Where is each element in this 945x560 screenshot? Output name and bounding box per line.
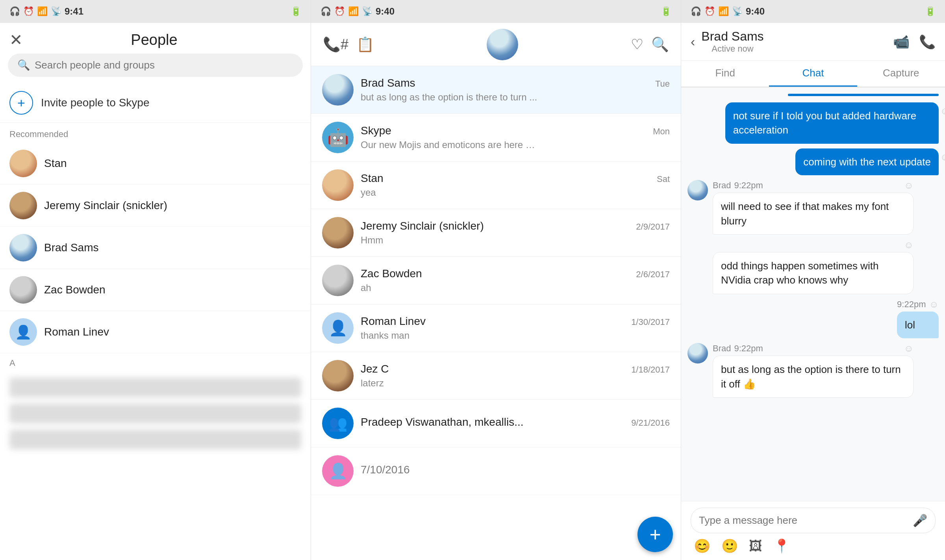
conv-content-brad: Brad Sams Tue but as long as the option … xyxy=(361,77,670,103)
headphone-icon-right: 🎧 xyxy=(691,6,701,17)
location-button[interactable]: 📍 xyxy=(773,538,790,554)
conv-preview-stan: yea xyxy=(361,187,670,198)
emoji-react-lol[interactable]: ☺ xyxy=(929,299,939,310)
image-button[interactable]: 🖼 xyxy=(749,538,762,554)
alarm-icon-right: ⏰ xyxy=(704,6,715,17)
toolbar-avatar[interactable] xyxy=(487,29,518,60)
conv-avatar-zac xyxy=(322,265,354,296)
invite-icon: + xyxy=(9,91,33,115)
conv-preview-brad: but as long as the option is there to tu… xyxy=(361,92,670,103)
mic-icon[interactable]: 🎤 xyxy=(913,514,927,527)
msg-sent-hw: not sure if I told you but added hardwar… xyxy=(725,102,939,144)
msg-meta-font: Brad 9:22pm ☺ xyxy=(713,180,914,191)
contact-item-jeremy[interactable]: Jeremy Sinclair (snickler) xyxy=(0,185,311,227)
conv-item-pink[interactable]: 👤 7/10/2016 xyxy=(311,447,681,495)
phone-icon[interactable]: 📞 xyxy=(919,34,936,50)
msg-sender-brad-1: Brad xyxy=(713,180,731,191)
conv-header-jezc: Jez C 1/18/2017 xyxy=(361,363,670,375)
search-icon-mid[interactable]: 🔍 xyxy=(651,36,669,53)
conv-item-skype[interactable]: 🤖 Skype Mon Our new Mojis and emoticons … xyxy=(311,114,681,161)
conv-content-skype: Skype Mon Our new Mojis and emoticons ar… xyxy=(361,124,670,150)
emoji-react-option[interactable]: ☺ xyxy=(904,343,914,354)
avatar-roman: 👤 xyxy=(9,318,37,346)
emoji-react-odd[interactable]: ☺ xyxy=(904,239,914,250)
conv-item-jeremy[interactable]: Jeremy Sinclair (snickler) 2/9/2017 Hmm xyxy=(311,209,681,257)
msg-time-lol: 9:22pm ☺ xyxy=(897,299,939,310)
close-button[interactable]: ✕ xyxy=(9,31,23,49)
progress-bar xyxy=(788,94,939,96)
emoji-button[interactable]: 😊 xyxy=(694,538,710,554)
conv-item-jezc[interactable]: Jez C 1/18/2017 laterz xyxy=(311,352,681,400)
middle-panel: 🎧 ⏰ 📶 📡 9:40 🔋 📞# 📋 ♡ 🔍 Brad S xyxy=(311,0,681,560)
search-input[interactable] xyxy=(35,59,293,71)
conv-content-roman: Roman Linev 1/30/2017 thanks man xyxy=(361,315,670,341)
conv-content-jezc: Jez C 1/18/2017 laterz xyxy=(361,363,670,389)
contact-item-zac[interactable]: Zac Bowden xyxy=(0,269,311,311)
conv-header-skype: Skype Mon xyxy=(361,124,670,137)
emoji-react-font[interactable]: ☺ xyxy=(904,180,914,191)
emoji-react-hw[interactable]: ☺ xyxy=(940,106,945,117)
alarm-icon: ⏰ xyxy=(23,6,34,17)
conv-item-pradeep[interactable]: 👥 Pradeep Viswanathan, mkeallis... 9/21/… xyxy=(311,400,681,447)
middle-toolbar: 📞# 📋 ♡ 🔍 xyxy=(311,23,681,66)
chat-user-name: Brad Sams xyxy=(701,29,763,44)
tab-chat[interactable]: Chat xyxy=(769,61,857,87)
conv-item-zac[interactable]: Zac Bowden 2/6/2017 ah xyxy=(311,257,681,304)
msg-body-font: Brad 9:22pm ☺ will need to see if that m… xyxy=(713,180,914,235)
emoji-react-update[interactable]: ☺ xyxy=(940,152,945,163)
conv-time-jeremy: 2/9/2017 xyxy=(636,222,670,232)
chat-header-right: 📹 📞 xyxy=(893,34,936,50)
conv-avatar-pradeep: 👥 xyxy=(322,408,354,439)
conv-time-skype: Mon xyxy=(653,126,670,137)
right-statusbar: 🎧 ⏰ 📶 📡 9:40 🔋 xyxy=(681,0,945,23)
msg-bubble-odd: odd things happen sometimes with NVidia … xyxy=(713,252,914,294)
conv-item-roman[interactable]: 👤 Roman Linev 1/30/2017 thanks man xyxy=(311,304,681,352)
battery-icon: 🔋 xyxy=(291,6,301,17)
conv-time-jezc: 1/18/2017 xyxy=(631,365,670,375)
conv-avatar-roman: 👤 xyxy=(322,312,354,344)
invite-row[interactable]: + Invite people to Skype xyxy=(0,83,311,123)
right-panel: 🎧 ⏰ 📶 📡 9:40 🔋 ‹ Brad Sams Active now 📹 … xyxy=(681,0,945,560)
contact-item-roman[interactable]: 👤 Roman Linev xyxy=(0,311,311,353)
middle-time: 9:40 xyxy=(376,6,395,17)
contact-name-brad: Brad Sams xyxy=(44,241,99,254)
blurred-contacts xyxy=(0,370,311,464)
fab-button[interactable]: + xyxy=(637,517,673,552)
heart-icon[interactable]: ♡ xyxy=(631,36,643,53)
chat-input-box[interactable]: 🎤 xyxy=(691,508,936,533)
msg-body-odd: ☺ odd things happen sometimes with NVidi… xyxy=(713,239,914,294)
video-icon[interactable]: 📹 xyxy=(893,34,910,50)
conv-header-jeremy: Jeremy Sinclair (snickler) 2/9/2017 xyxy=(361,220,670,232)
contact-name-roman: Roman Linev xyxy=(44,326,109,338)
invite-label: Invite people to Skype xyxy=(41,96,150,109)
right-status-icons: 🎧 ⏰ 📶 📡 9:40 xyxy=(691,6,765,17)
right-time: 9:40 xyxy=(746,6,765,17)
conv-preview-skype: Our new Mojis and emoticons are here … xyxy=(361,139,670,150)
contact-item-brad[interactable]: Brad Sams xyxy=(0,227,311,269)
message-input[interactable] xyxy=(699,514,913,527)
msg-sent-update: coming with the next update ☺ xyxy=(795,148,939,175)
tab-find[interactable]: Find xyxy=(681,61,769,87)
msg-received-font: Brad 9:22pm ☺ will need to see if that m… xyxy=(687,180,914,235)
msg-bubble-hw: not sure if I told you but added hardwar… xyxy=(725,102,939,144)
conv-content-pradeep: Pradeep Viswanathan, mkeallis... 9/21/20… xyxy=(361,416,670,431)
conv-name-jeremy: Jeremy Sinclair (snickler) xyxy=(361,220,484,232)
notes-icon[interactable]: 📋 xyxy=(356,36,374,53)
tab-capture[interactable]: Capture xyxy=(857,61,945,87)
battery-icon-mid: 🔋 xyxy=(661,6,671,17)
people-title: People xyxy=(131,32,177,48)
avatar-zac xyxy=(9,276,37,304)
contact-item-stan[interactable]: Stan xyxy=(0,143,311,185)
left-header: ✕ People xyxy=(0,23,311,54)
conv-time-brad: Tue xyxy=(655,79,670,89)
search-bar[interactable]: 🔍 xyxy=(8,54,303,77)
conv-item-stan[interactable]: Stan Sat yea xyxy=(311,161,681,209)
chat-tabs: Find Chat Capture xyxy=(681,61,945,87)
back-button[interactable]: ‹ xyxy=(691,34,695,49)
msg-time-brad-2: 9:22pm xyxy=(734,343,763,354)
conv-name-roman: Roman Linev xyxy=(361,315,426,328)
call-icon[interactable]: 📞# xyxy=(323,36,348,53)
sticker-button[interactable]: 🙂 xyxy=(721,538,738,554)
blurred-item-1 xyxy=(9,378,301,397)
conv-item-brad[interactable]: Brad Sams Tue but as long as the option … xyxy=(311,66,681,114)
